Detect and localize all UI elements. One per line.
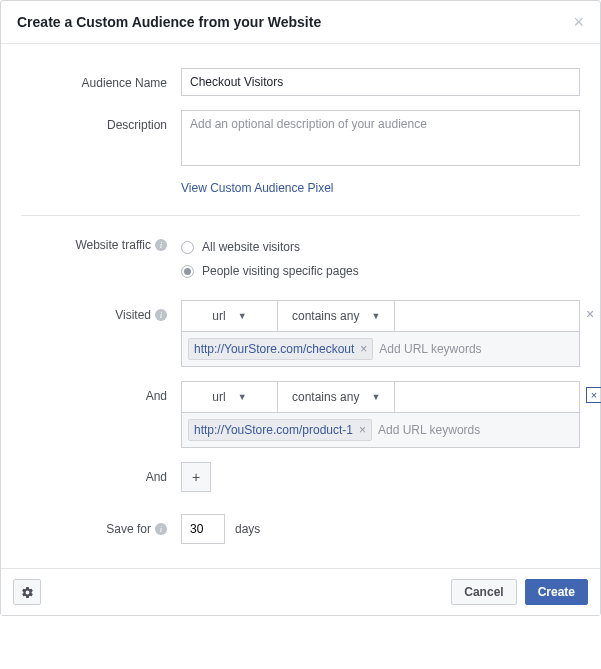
close-icon[interactable]: × [573,13,584,31]
save-for-unit: days [235,522,260,536]
gear-icon [21,586,34,599]
row-save-for: Save for i days [21,514,580,544]
cancel-button[interactable]: Cancel [451,579,516,605]
radio-circle-icon [181,241,194,254]
radio-circle-icon [181,265,194,278]
select-op-2-label: contains any [292,390,359,404]
close-icon: × [586,387,601,403]
label-save-for: Save for [106,522,151,536]
modal-footer: Cancel Create [1,568,600,615]
radio-specific-pages-label: People visiting specific pages [202,264,359,278]
chevron-down-icon: ▼ [238,392,247,402]
row-pixel-link: View Custom Audience Pixel [181,175,580,215]
label-visited: Visited [115,308,151,322]
row-website-traffic: Website traffic i All website visitors P… [21,238,580,278]
select-op-2[interactable]: contains any ▼ [278,382,395,412]
row-audience-name: Audience Name [21,68,580,96]
radio-specific-pages[interactable]: People visiting specific pages [181,264,580,278]
modal-header: Create a Custom Audience from your Websi… [1,1,600,44]
row-add-rule: And + [21,462,580,492]
view-pixel-link[interactable]: View Custom Audience Pixel [181,181,334,195]
chevron-down-icon: ▼ [238,311,247,321]
radio-all-visitors-label: All website visitors [202,240,300,254]
select-op-1-label: contains any [292,309,359,323]
url-keywords-input-1[interactable] [379,342,573,356]
url-chip-2-text: http://YouStore.com/product-1 [194,423,353,437]
add-rule-button[interactable]: + [181,462,211,492]
url-keywords-input-2[interactable] [378,423,573,437]
chevron-down-icon: ▼ [371,392,380,402]
select-field-1-label: url [212,309,225,323]
row-rule-1: Visited i url ▼ contains any ▼ [21,300,580,367]
divider [21,215,580,216]
row-rule-2: And url ▼ contains any ▼ [21,381,580,448]
audience-name-input[interactable] [181,68,580,96]
remove-rule-1[interactable]: × [578,306,601,322]
row-description: Description [21,110,580,169]
info-icon[interactable]: i [155,523,167,535]
select-op-1[interactable]: contains any ▼ [278,301,395,331]
chevron-down-icon: ▼ [371,311,380,321]
remove-rule-2[interactable]: × [586,387,601,403]
select-field-2-label: url [212,390,225,404]
save-for-days-input[interactable] [181,514,225,544]
url-chip-1-text: http://YourStore.com/checkout [194,342,354,356]
chip-remove-icon[interactable]: × [359,423,366,437]
description-textarea[interactable] [181,110,580,166]
info-icon[interactable]: i [155,239,167,251]
label-website-traffic: Website traffic [75,238,151,252]
url-chip-2: http://YouStore.com/product-1 × [188,419,372,441]
label-and-2: And [146,470,167,484]
select-field-1[interactable]: url ▼ [182,301,278,331]
url-chip-1: http://YourStore.com/checkout × [188,338,373,360]
select-field-2[interactable]: url ▼ [182,382,278,412]
label-description: Description [21,110,181,132]
rule-container-2: url ▼ contains any ▼ http://YouStore.com… [181,381,580,448]
modal-title: Create a Custom Audience from your Websi… [17,14,321,30]
radio-all-visitors[interactable]: All website visitors [181,240,580,254]
chip-remove-icon[interactable]: × [360,342,367,356]
info-icon[interactable]: i [155,309,167,321]
rule-container-1: url ▼ contains any ▼ http://YourStore.co… [181,300,580,367]
label-and-1: And [146,389,167,403]
custom-audience-modal: Create a Custom Audience from your Websi… [0,0,601,616]
label-audience-name: Audience Name [21,68,181,90]
gear-button[interactable] [13,579,41,605]
modal-body: Audience Name Description View Custom Au… [1,44,600,568]
create-button[interactable]: Create [525,579,588,605]
